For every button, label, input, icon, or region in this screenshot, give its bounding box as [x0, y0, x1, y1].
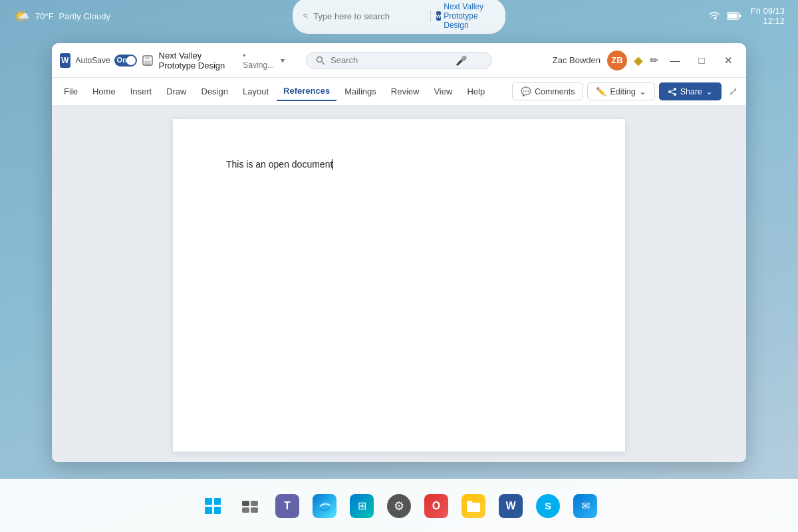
- system-tray: Fri 09/13 12:12: [708, 6, 785, 26]
- mail-icon: ✉: [573, 494, 597, 518]
- taskbar-item-word[interactable]: W: [493, 489, 528, 523]
- ribbon-tab-mailings[interactable]: Mailings: [338, 82, 383, 100]
- skype-icon: S: [536, 494, 560, 518]
- editing-icon: ✏️: [596, 86, 606, 96]
- text-cursor: [332, 159, 333, 170]
- ribbon-tab-file[interactable]: File: [57, 82, 84, 100]
- svg-rect-15: [242, 501, 249, 506]
- ribbon-tab-insert[interactable]: Insert: [124, 82, 159, 100]
- win-quad-tl: [205, 498, 212, 505]
- win-quad-bl: [205, 507, 212, 514]
- document-text: This is an open document: [226, 159, 332, 170]
- teams-icon: T: [275, 494, 299, 518]
- taskbar-item-settings[interactable]: ⚙: [382, 489, 416, 523]
- sys-icons-group: [708, 11, 741, 21]
- comments-label: Comments: [535, 87, 575, 96]
- focus-mode-button[interactable]: ⤢: [726, 82, 741, 101]
- title-bar-left: W AutoSave On Next Valley Prototype Desi…: [60, 51, 286, 70]
- ribbon-tab-references[interactable]: References: [277, 82, 336, 101]
- document-content[interactable]: This is an open document: [226, 159, 572, 170]
- svg-point-8: [317, 57, 323, 62]
- ribbon-tab-layout[interactable]: Layout: [236, 82, 275, 100]
- ribbon-right: 💬 Comments ✏️ Editing ⌄ Share ⌄ ⤢: [512, 82, 741, 101]
- search-file-name: W Next Valley Prototype Design: [436, 2, 495, 30]
- user-name: Zac Bowden: [553, 55, 600, 65]
- wifi-icon: [708, 11, 720, 21]
- share-icon: [668, 87, 677, 96]
- taskbar-item-files[interactable]: [456, 489, 491, 523]
- svg-rect-4: [728, 14, 737, 19]
- svg-line-14: [671, 92, 674, 94]
- weather-icon: 🌤️: [13, 8, 30, 24]
- svg-rect-18: [251, 507, 258, 513]
- ribbon-bar: FileHomeInsertDrawDesignLayoutReferences…: [52, 78, 746, 106]
- minimize-button[interactable]: —: [665, 51, 685, 70]
- editing-button[interactable]: ✏️ Editing ⌄: [587, 82, 654, 100]
- top-search-input[interactable]: [313, 11, 425, 21]
- save-icon-button[interactable]: [142, 53, 154, 68]
- ribbon-tab-help[interactable]: Help: [460, 82, 491, 100]
- share-label: Share: [680, 87, 702, 96]
- taskbar-item-office[interactable]: O: [419, 489, 454, 523]
- svg-rect-17: [242, 507, 249, 513]
- svg-rect-16: [251, 501, 258, 506]
- datetime-display: Fri 09/13 12:12: [751, 6, 785, 26]
- comments-button[interactable]: 💬 Comments: [512, 82, 583, 100]
- autosave-group: AutoSave On: [76, 55, 137, 66]
- title-bar-search[interactable]: 🎤: [286, 52, 512, 69]
- taskbar-item-teams[interactable]: T: [270, 489, 305, 523]
- toggle-thumb: [126, 56, 136, 65]
- svg-rect-3: [739, 15, 741, 17]
- word-taskbar-icon: W: [499, 494, 523, 518]
- maximize-button[interactable]: □: [692, 51, 712, 70]
- windows-icon: [201, 494, 225, 518]
- taskbar-item-multitask[interactable]: [233, 489, 267, 523]
- pencil-icon[interactable]: ✏: [650, 54, 658, 66]
- taskbar-item-skype[interactable]: S: [531, 489, 565, 523]
- svg-rect-6: [145, 56, 150, 59]
- ribbon-tab-design[interactable]: Design: [195, 82, 235, 100]
- ribbon-tab-view[interactable]: View: [427, 82, 459, 100]
- autosave-toggle[interactable]: On: [114, 55, 137, 66]
- search-icon: [303, 11, 308, 21]
- toggle-label: On: [117, 56, 127, 64]
- svg-line-1: [307, 17, 308, 18]
- office-icon: O: [424, 494, 448, 518]
- win-quad-tr: [214, 498, 221, 505]
- ribbon-tab-home[interactable]: Home: [86, 82, 122, 100]
- autosave-label: AutoSave: [76, 56, 110, 65]
- svg-point-20: [321, 501, 330, 509]
- title-bar: W AutoSave On Next Valley Prototype Desi…: [52, 43, 746, 78]
- title-dropdown-btn[interactable]: ▾: [279, 55, 286, 66]
- taskbar-item-edge[interactable]: [307, 489, 342, 523]
- store-icon: ⊞: [350, 494, 374, 518]
- win-quad-br: [214, 507, 221, 514]
- ribbon-tab-review[interactable]: Review: [384, 82, 426, 100]
- mic-icon[interactable]: 🎤: [456, 55, 467, 66]
- word-search-input[interactable]: [331, 55, 450, 65]
- battery-icon: [727, 11, 741, 21]
- date-display: Fri 09/13: [751, 6, 785, 16]
- ribbon-tab-draw[interactable]: Draw: [160, 82, 193, 100]
- top-search-bar[interactable]: W Next Valley Prototype Design: [293, 0, 505, 34]
- document-page: This is an open document: [173, 119, 625, 452]
- title-bar-right: Zac Bowden ZB ◆ ✏ — □ ✕: [512, 51, 738, 70]
- word-icon-small: W: [436, 11, 442, 21]
- taskbar-item-windows[interactable]: [196, 489, 230, 523]
- saving-indicator: • Saving...: [243, 51, 274, 70]
- document-area[interactable]: This is an open document: [52, 106, 746, 462]
- word-logo: W: [60, 53, 70, 68]
- close-button[interactable]: ✕: [718, 51, 738, 70]
- editing-label: Editing: [610, 87, 635, 96]
- premium-icon[interactable]: ◆: [634, 53, 643, 68]
- user-avatar: ZB: [607, 51, 627, 70]
- word-window: W AutoSave On Next Valley Prototype Desi…: [52, 43, 746, 462]
- share-button[interactable]: Share ⌄: [659, 82, 722, 100]
- task-view-icon: [238, 494, 262, 518]
- weather-widget: 🌤️ 70°F Partly Cloudy: [13, 8, 110, 24]
- editing-dropdown-icon: ⌄: [639, 86, 646, 96]
- taskbar-item-store[interactable]: ⊞: [344, 489, 379, 523]
- weather-condition: Partly Cloudy: [59, 11, 110, 21]
- files-icon: [462, 494, 485, 518]
- taskbar-item-mail[interactable]: ✉: [568, 489, 602, 523]
